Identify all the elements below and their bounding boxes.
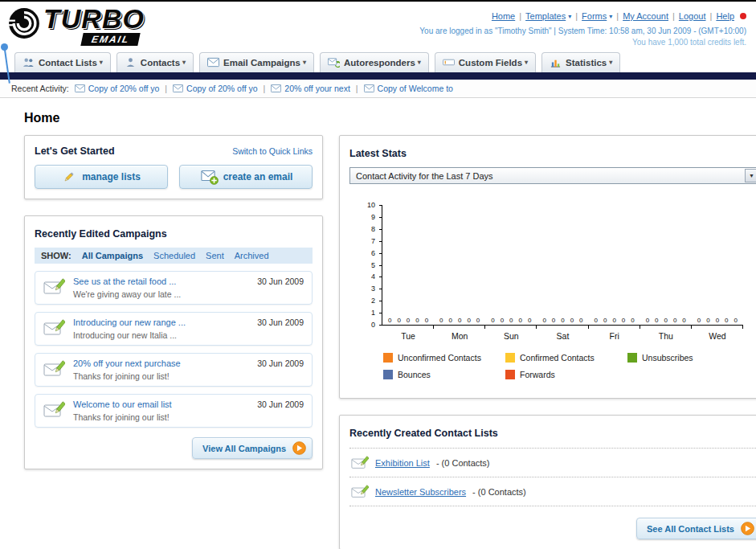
chart-groups: 00000Tue00000Mon00000Sun00000Sat00000Fri…	[382, 205, 743, 325]
arrow-circle-icon	[741, 522, 754, 535]
statistics-icon	[550, 57, 562, 68]
separator	[165, 84, 167, 93]
recent-activity-item: Copy of 20% off yo	[75, 84, 160, 93]
campaign-date: 30 Jun 2009	[257, 318, 304, 327]
value-label: 0	[612, 317, 615, 324]
tab-label: Email Campaigns	[223, 58, 300, 68]
create-email-label: create an email	[223, 171, 293, 182]
logo-swirl-icon	[8, 7, 40, 39]
caret-down-icon: ▾	[609, 13, 612, 20]
filter-all-campaigns[interactable]: All Campaigns	[82, 251, 143, 260]
right-column: Latest Stats Contact Activity for the La…	[339, 135, 756, 549]
recent-activity-link[interactable]: 20% off your next	[284, 84, 350, 93]
x-axis-tick	[433, 326, 434, 329]
tab-custom-fields[interactable]: Custom Fields ▾	[435, 52, 536, 72]
contact-lists-panel: Recently Created Contact Lists Exhibitio…	[339, 415, 756, 549]
left-column: Let's Get Started Switch to Quick Links …	[24, 135, 323, 485]
stats-range-select[interactable]: Contact Activity for the Last 7 Days ▼	[349, 167, 756, 184]
tab-autoresponders[interactable]: Autoresponders ▾	[320, 52, 429, 72]
value-label: 0	[603, 317, 607, 324]
chart-category-group: 00000Mon	[434, 205, 485, 325]
value-labels: 00000	[589, 317, 640, 324]
y-axis-label: 0	[362, 322, 375, 329]
value-label: 0	[706, 317, 709, 324]
show-label: SHOW:	[41, 251, 72, 260]
value-label: 0	[631, 317, 634, 324]
campaign-title-link[interactable]: 20% off your next purchase	[73, 358, 249, 368]
see-all-contact-lists-button[interactable]: See All Contact Lists	[636, 518, 756, 539]
chart-category-group: 00000Wed	[692, 205, 743, 325]
campaign-title-link[interactable]: Welcome to our email list	[73, 399, 249, 409]
contact-activity-chart: 00000Tue00000Mon00000Sun00000Sat00000Fri…	[382, 205, 743, 326]
recent-activity-link[interactable]: Copy of 20% off yo	[88, 84, 160, 93]
header-right: Home Templates▾ Forms▾ My Account Logout…	[419, 6, 746, 47]
contact-list-count: - (0 Contacts)	[472, 487, 526, 497]
tab-contact-lists[interactable]: Contact Lists ▾	[14, 52, 111, 72]
campaign-subtitle: Thanks for joining our list!	[73, 371, 249, 381]
caret-down-icon: ▾	[568, 13, 571, 20]
recent-activity-link[interactable]: Copy of 20% off yo	[186, 84, 258, 93]
manage-lists-button[interactable]: manage lists	[35, 165, 168, 189]
legend-swatch	[383, 353, 393, 363]
top-link-templates[interactable]: Templates	[525, 11, 566, 21]
value-label: 0	[458, 317, 461, 324]
caret-down-icon: ▾	[609, 59, 612, 66]
value-label: 0	[646, 317, 649, 324]
value-label: 0	[655, 317, 658, 324]
create-email-button[interactable]: create an email	[179, 165, 313, 189]
select-dropdown-button[interactable]: ▼	[745, 169, 756, 182]
chart-category-group: 00000Thu	[640, 205, 692, 325]
tab-contacts[interactable]: Contacts ▾	[116, 52, 194, 72]
recent-activity-link[interactable]: Copy of Welcome to	[378, 84, 453, 93]
top-link-help[interactable]: Help	[716, 11, 734, 21]
y-axis-label: 5	[362, 262, 375, 269]
campaign-title-link[interactable]: See us at the retail food ...	[73, 277, 249, 286]
tab-statistics[interactable]: Statistics ▾	[541, 52, 620, 72]
filter-scheduled[interactable]: Scheduled	[153, 251, 195, 260]
filter-sent[interactable]: Sent	[206, 251, 224, 260]
value-label: 0	[439, 317, 443, 324]
campaign-title-link[interactable]: Introducing our new range ...	[73, 318, 249, 327]
chart-category-group: 00000Sat	[537, 205, 588, 325]
custom-fields-icon	[443, 57, 455, 68]
campaign-subtitle: We're giving away our late ...	[73, 289, 249, 299]
contact-lists-list: Exhibition List - (0 Contacts) Newslette…	[349, 448, 756, 506]
y-axis-label: 2	[362, 297, 375, 305]
value-label: 0	[491, 317, 494, 324]
x-axis-label: Thu	[640, 331, 692, 341]
separator	[616, 11, 619, 21]
filter-archived[interactable]: Archived	[235, 251, 269, 260]
legend-label: Bounces	[398, 370, 431, 379]
view-all-campaigns-button[interactable]: View All Campaigns	[192, 437, 313, 459]
envelope-plus-icon	[199, 170, 217, 183]
legend-item: Confirmed Contacts	[505, 353, 627, 363]
y-axis-label: 6	[362, 250, 375, 257]
stats-range-value: Contact Activity for the Last 7 Days	[356, 171, 493, 181]
top-link-my-account[interactable]: My Account	[623, 11, 668, 21]
contact-lists-title: Recently Created Contact Lists	[349, 428, 498, 439]
y-axis-label: 10	[362, 202, 375, 209]
separator	[575, 11, 578, 21]
x-axis-label: Fri	[589, 331, 640, 341]
contact-list-link[interactable]: Exhibition List	[375, 458, 430, 468]
chart-category-group: 00000Sun	[485, 205, 537, 325]
envelope-pencil-icon	[351, 456, 369, 469]
y-axis-label: 9	[362, 214, 375, 221]
value-label: 0	[552, 317, 555, 324]
contact-list-row: Newsletter Subscribers - (0 Contacts)	[349, 477, 756, 506]
value-label: 0	[415, 317, 419, 324]
legend-item: Forwards	[505, 370, 627, 379]
caret-down-icon: ▾	[418, 59, 421, 66]
tab-label: Autoresponders	[344, 58, 415, 68]
top-link-forms[interactable]: Forms	[582, 11, 607, 21]
switch-quick-links-link[interactable]: Switch to Quick Links	[232, 146, 313, 156]
y-axis-tick	[379, 325, 382, 326]
contact-list-count: - (0 Contacts)	[436, 458, 490, 468]
main-content: Home Let's Get Started Switch to Quick L…	[0, 98, 756, 549]
separator	[264, 84, 266, 93]
value-label: 0	[528, 317, 531, 324]
top-link-home[interactable]: Home	[492, 11, 515, 21]
tab-email-campaigns[interactable]: Email Campaigns ▾	[199, 52, 314, 72]
top-link-logout[interactable]: Logout	[679, 11, 706, 21]
contact-list-link[interactable]: Newsletter Subscribers	[375, 487, 466, 497]
